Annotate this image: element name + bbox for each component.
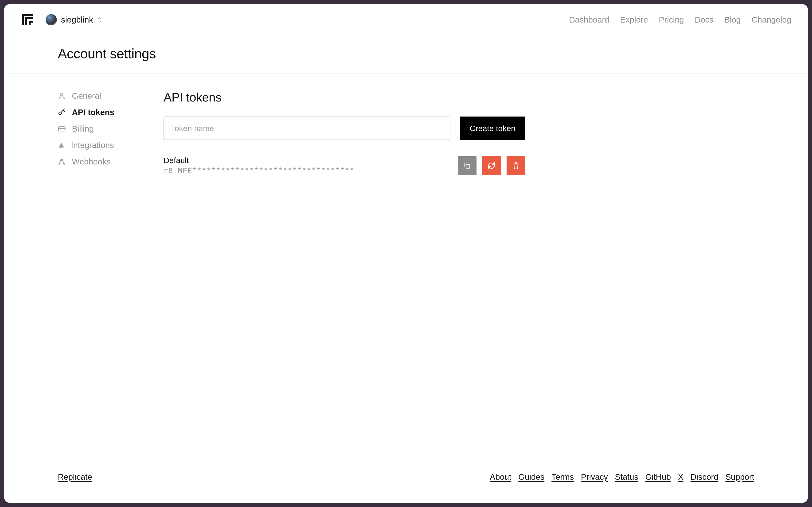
footer-link-github[interactable]: GitHub <box>645 472 671 482</box>
webhook-icon <box>58 158 66 166</box>
user-icon <box>58 92 66 100</box>
settings-sidebar: General API tokens Billing <box>58 90 164 472</box>
token-name-input[interactable] <box>164 117 450 140</box>
footer-brand[interactable]: Replicate <box>58 472 92 482</box>
page-title-wrap: Account settings <box>4 35 808 74</box>
key-icon <box>58 108 66 116</box>
sidebar-item-billing[interactable]: Billing <box>58 124 164 133</box>
footer-link-about[interactable]: About <box>490 472 511 482</box>
top-nav-left: siegblink <box>21 13 102 27</box>
main-column: API tokens Create token Default r8_MFE**… <box>164 90 525 472</box>
sidebar-item-label: Integrations <box>71 140 114 150</box>
username: siegblink <box>61 15 93 24</box>
chevron-up-down-icon <box>97 16 102 23</box>
nav-dashboard[interactable]: Dashboard <box>569 15 609 24</box>
footer-links: About Guides Terms Privacy Status GitHub… <box>490 472 754 482</box>
sidebar-item-label: Webhooks <box>72 157 111 166</box>
replicate-logo[interactable] <box>21 13 35 27</box>
sidebar-item-label: Billing <box>72 124 94 133</box>
svg-rect-7 <box>466 165 470 168</box>
body-columns: General API tokens Billing <box>4 74 808 472</box>
trash-icon <box>512 162 520 170</box>
sidebar-item-label: General <box>72 91 101 101</box>
triangle-icon <box>58 142 65 149</box>
footer-link-terms[interactable]: Terms <box>552 472 574 482</box>
refresh-icon <box>487 162 496 170</box>
copy-token-button[interactable] <box>458 156 476 175</box>
sidebar-item-general[interactable]: General <box>58 91 164 101</box>
top-nav-right: Dashboard Explore Pricing Docs Blog Chan… <box>569 15 791 24</box>
sidebar-item-label: API tokens <box>72 108 114 117</box>
token-row: Default r8_MFE**************************… <box>164 148 525 175</box>
regenerate-token-button[interactable] <box>482 156 501 175</box>
sidebar-item-integrations[interactable]: Integrations <box>58 140 164 150</box>
nav-blog[interactable]: Blog <box>724 15 741 24</box>
token-name: Default <box>164 156 354 165</box>
svg-point-5 <box>63 163 65 164</box>
footer-link-status[interactable]: Status <box>615 472 638 482</box>
nav-explore[interactable]: Explore <box>620 15 648 24</box>
token-actions <box>458 156 525 175</box>
footer-link-guides[interactable]: Guides <box>518 472 544 482</box>
page-title: Account settings <box>58 46 808 61</box>
copy-icon <box>463 162 471 170</box>
footer-link-support[interactable]: Support <box>725 472 754 482</box>
token-value: r8_MFE********************************** <box>164 167 354 175</box>
delete-token-button[interactable] <box>507 156 525 175</box>
nav-docs[interactable]: Docs <box>695 15 713 24</box>
footer: Replicate About Guides Terms Privacy Sta… <box>4 472 808 503</box>
svg-rect-2 <box>59 127 65 131</box>
nav-changelog[interactable]: Changelog <box>752 15 791 24</box>
svg-point-4 <box>59 163 60 164</box>
top-nav: siegblink Dashboard Explore Pricing Docs… <box>4 4 808 35</box>
avatar <box>46 14 57 25</box>
card-icon <box>58 125 66 133</box>
create-token-row: Create token <box>164 117 525 148</box>
svg-point-0 <box>60 93 63 96</box>
create-token-button[interactable]: Create token <box>460 117 525 140</box>
nav-pricing[interactable]: Pricing <box>659 15 684 24</box>
user-switcher[interactable]: siegblink <box>46 14 102 25</box>
section-title: API tokens <box>164 90 525 104</box>
sidebar-item-webhooks[interactable]: Webhooks <box>58 157 164 166</box>
svg-point-6 <box>61 159 62 161</box>
token-info: Default r8_MFE**************************… <box>164 156 354 175</box>
footer-link-privacy[interactable]: Privacy <box>581 472 608 482</box>
sidebar-item-api-tokens[interactable]: API tokens <box>58 108 164 117</box>
footer-link-discord[interactable]: Discord <box>691 472 718 482</box>
footer-link-x[interactable]: X <box>678 472 683 482</box>
